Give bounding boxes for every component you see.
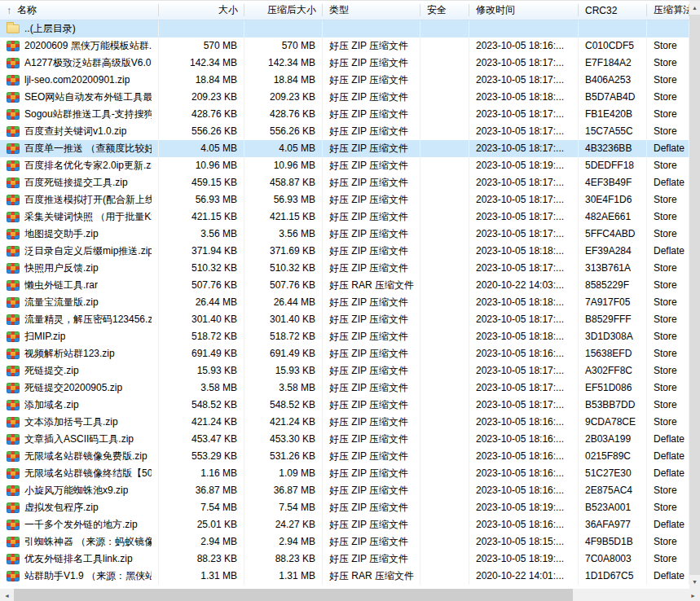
cell-packed: 4.05 MB: [244, 140, 323, 157]
file-row[interactable]: 一千多个发外链的地方.zip25.01 KB24.27 KB好压 ZIP 压缩文…: [0, 516, 689, 533]
cell-name: 站群助手V1.9 （来源：黑侠站...: [0, 568, 159, 585]
column-header-size[interactable]: 大小: [159, 1, 244, 20]
cell-mtime: 2023-10-05 18:17:...: [469, 311, 579, 328]
cell-packed: 691.49 KB: [244, 345, 323, 362]
file-row[interactable]: 百度死链接提交工具.zip459.15 KB458.87 KB好压 ZIP 压缩…: [0, 174, 689, 191]
file-row[interactable]: 站群助手V1.9 （来源：黑侠站...1.31 MB1.31 MB好压 RAR …: [0, 568, 689, 585]
file-row[interactable]: 百度推送模拟打开(配合新上线...56.93 MB56.93 MB好压 ZIP …: [0, 191, 689, 208]
file-row[interactable]: Sogou站群推送工具-支持搜狗...428.76 KB428.76 KB好压 …: [0, 106, 689, 123]
file-row[interactable]: 死链提交20200905.zip3.58 MB3.58 MB好压 ZIP 压缩文…: [0, 379, 689, 397]
cell-size: 209.23 KB: [159, 89, 244, 106]
file-name: 流量宝流量版.zip: [24, 294, 99, 311]
file-row[interactable]: 百度单一推送 （查额度比较好...4.05 MB4.05 MB好压 ZIP 压缩…: [0, 140, 689, 157]
cell-type: 好压 ZIP 压缩文件: [323, 345, 420, 362]
cell-security: [420, 533, 469, 551]
cell-packed: 3.56 MB: [244, 226, 323, 243]
cell-name: 百度排名优化专家2.0ip更新.zip: [0, 157, 159, 174]
file-row[interactable]: ljl-seo.com20200901.zip18.84 MB18.84 MB好…: [0, 72, 689, 89]
cell-type: 好压 ZIP 压缩文件: [323, 260, 420, 277]
cell-name: 快照用户反馈.zip: [0, 260, 159, 277]
cell-size: 421.15 KB: [159, 208, 244, 226]
cell-name: 扫MIP.zip: [0, 328, 159, 345]
file-row[interactable]: 流量宝流量版.zip26.44 MB26.44 MB好压 ZIP 压缩文件202…: [0, 294, 689, 311]
cell-mtime: 2023-10-05 18:17:...: [469, 72, 579, 89]
column-header-mtime[interactable]: 修改时间: [469, 1, 579, 20]
file-row[interactable]: 泛目录自定义后缀mip推送.zip371.94 KB371.69 KB好压 ZI…: [0, 243, 689, 260]
horizontal-scrollbar-thumb[interactable]: [14, 589, 573, 601]
cell-name: ljl-seo.com20200901.zip: [0, 72, 159, 89]
file-name: 20200609 黑侠万能模板站群...: [24, 37, 152, 55]
file-row[interactable]: 采集关键词快照 （用于批量K站...421.15 KB421.15 KB好压 Z…: [0, 208, 689, 226]
archive-icon: [7, 554, 20, 564]
parent-directory-row[interactable]: ..(上层目录): [0, 20, 689, 37]
file-name: 无限域名站群镜像终结版【500...: [24, 465, 152, 482]
scroll-right-icon[interactable]: ►: [686, 589, 700, 601]
cell-security: [420, 397, 469, 414]
scroll-down-icon[interactable]: ▼: [689, 575, 700, 589]
cell-security: [420, 106, 469, 123]
file-row[interactable]: 百度排名优化专家2.0ip更新.zip10.96 MB10.96 MB好压 ZI…: [0, 157, 689, 174]
cell-size: 25.01 KB: [159, 516, 244, 533]
cell-mtime: 2023-10-05 18:16:...: [469, 414, 579, 431]
cell-packed: 2.94 MB: [244, 533, 323, 551]
cell-security: [420, 208, 469, 226]
file-row[interactable]: 添加域名.zip548.52 KB548.52 KB好压 ZIP 压缩文件202…: [0, 397, 689, 414]
column-header-security[interactable]: 安全: [420, 1, 469, 20]
file-row[interactable]: A1277极致泛站群高级版V6.0....142.34 MB142.34 MB好…: [0, 55, 689, 72]
column-header-type[interactable]: 类型: [323, 1, 420, 20]
cell-packed: 421.15 KB: [244, 208, 323, 226]
archive-icon: [7, 195, 20, 205]
archive-icon: [7, 263, 20, 274]
cell-name: 文章插入ASCII码工具.zip: [0, 431, 159, 448]
cell-algo: Store: [647, 397, 689, 414]
cell-name: 20200609 黑侠万能模板站群...: [0, 37, 159, 55]
file-row[interactable]: 优友外链排名工具link.zip88.23 KB88.23 KB好压 ZIP 压…: [0, 551, 689, 568]
file-row[interactable]: 引蜘蛛神器 （来源：蚂蚁镜像...2.94 MB2.94 MB好压 ZIP 压缩…: [0, 533, 689, 551]
file-row[interactable]: 视频解析站群123.zip691.49 KB691.49 KB好压 ZIP 压缩…: [0, 345, 689, 362]
file-row[interactable]: 文本添加括号工具.zip421.24 KB421.24 KB好压 ZIP 压缩文…: [0, 414, 689, 431]
file-row[interactable]: 扫MIP.zip518.72 KB518.72 KB好压 ZIP 压缩文件202…: [0, 328, 689, 345]
file-row[interactable]: 20200609 黑侠万能模板站群...570 MB570 MB好压 ZIP 压…: [0, 37, 689, 55]
column-header-algo[interactable]: 压缩算法: [647, 1, 689, 20]
archive-icon: [7, 571, 20, 581]
scroll-left-icon[interactable]: ◄: [0, 589, 14, 601]
cell-security: [420, 311, 469, 328]
scroll-up-icon[interactable]: ▲: [689, 1, 700, 15]
file-row[interactable]: 虚拟发包程序.zip7.54 MB7.54 MB好压 ZIP 压缩文件2023-…: [0, 499, 689, 516]
cell-size: 18.84 MB: [159, 72, 244, 89]
column-header-label: 安全: [427, 3, 447, 17]
cell-type: 好压 ZIP 压缩文件: [323, 106, 420, 123]
horizontal-scrollbar[interactable]: ◄ ►: [0, 589, 700, 601]
cell-name: ..(上层目录): [0, 20, 159, 37]
cell-security: [420, 516, 469, 533]
cell-name: 死链提交.zip: [0, 362, 159, 379]
file-name: A1277极致泛站群高级版V6.0....: [24, 55, 152, 72]
file-row[interactable]: 死链提交.zip15.93 KB15.93 KB好压 ZIP 压缩文件2023-…: [0, 362, 689, 379]
file-row[interactable]: 无限域名站群镜像终结版【500...1.16 MB1.09 MB好压 ZIP 压…: [0, 465, 689, 482]
cell-algo: [647, 20, 689, 37]
file-row[interactable]: 地图提交助手.zip3.56 MB3.56 MB好压 ZIP 压缩文件2023-…: [0, 226, 689, 243]
vertical-scrollbar-thumb[interactable]: [689, 15, 700, 575]
column-header-crc32[interactable]: CRC32: [579, 1, 647, 20]
file-row[interactable]: 无限域名站群镜像免费版.zip553.29 KB531.26 KB好压 ZIP …: [0, 448, 689, 465]
cell-mtime: 2020-10-22 14:03:...: [469, 277, 579, 294]
vertical-scrollbar[interactable]: ▲ ▼: [689, 1, 700, 589]
file-row[interactable]: 文章插入ASCII码工具.zip453.47 KB453.30 KB好压 ZIP…: [0, 431, 689, 448]
file-row[interactable]: 快照用户反馈.zip510.32 KB510.32 KB好压 ZIP 压缩文件2…: [0, 260, 689, 277]
cell-name: 百度查封关键词v1.0.zip: [0, 123, 159, 140]
file-row[interactable]: SEO网站自动发布外链工具最...209.23 KB209.23 KB好压 ZI…: [0, 89, 689, 106]
file-name: 文本添加括号工具.zip: [24, 414, 118, 431]
cell-type: 好压 ZIP 压缩文件: [323, 37, 420, 55]
file-row[interactable]: 懒虫外链工具.rar507.76 KB507.76 KB好压 RAR 压缩文件2…: [0, 277, 689, 294]
cell-crc32: EF51D086: [579, 379, 647, 397]
cell-security: [420, 123, 469, 140]
column-header-packed[interactable]: 压缩后大小: [244, 1, 323, 20]
file-row[interactable]: 百度查封关键词v1.0.zip556.26 KB556.26 KB好压 ZIP …: [0, 123, 689, 140]
column-header-name[interactable]: ↑名称: [0, 1, 159, 20]
file-row[interactable]: 流量精灵，解压密码123456.zip301.40 KB301.40 KB好压 …: [0, 311, 689, 328]
column-header-label: 类型: [329, 3, 349, 17]
cell-packed: 56.93 MB: [244, 191, 323, 208]
cell-mtime: 2023-10-05 18:17:...: [469, 226, 579, 243]
file-row[interactable]: 小旋风万能蜘蛛池x9.zip36.87 MB36.87 MB好压 ZIP 压缩文…: [0, 482, 689, 499]
archive-icon: [7, 92, 20, 103]
